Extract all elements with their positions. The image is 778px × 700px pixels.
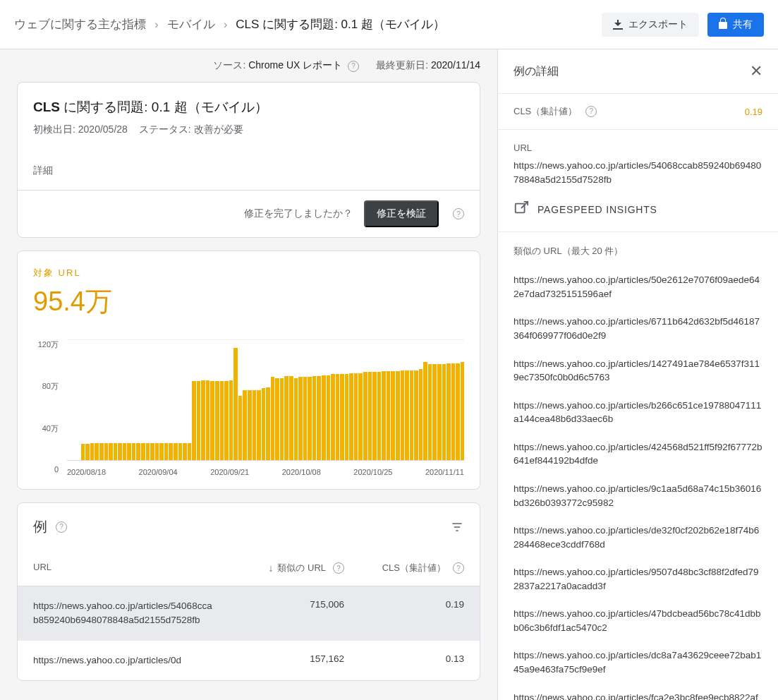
similar-url-item[interactable]: https://news.yahoo.co.jp/articles/9507d4… <box>498 558 778 600</box>
chart-bar <box>289 376 293 460</box>
help-icon[interactable]: ? <box>348 61 359 72</box>
chart-bar <box>428 364 432 460</box>
similar-url-item[interactable]: https://news.yahoo.co.jp/articles/9c1aa5… <box>498 475 778 517</box>
chart-bar <box>90 443 95 460</box>
chart-bar <box>312 376 317 460</box>
similar-url-item[interactable]: https://news.yahoo.co.jp/articles/b266c6… <box>498 392 778 433</box>
examples-title: 例 <box>33 517 47 536</box>
table-row[interactable]: https://news.yahoo.co.jp/articles/54068c… <box>18 586 480 641</box>
validate-button[interactable]: 修正を検証 <box>364 200 439 227</box>
similar-url-item[interactable]: https://news.yahoo.co.jp/articles/50e261… <box>498 266 778 308</box>
similar-url-item[interactable]: https://news.yahoo.co.jp/articles/142749… <box>498 350 778 392</box>
header-actions: エクスポート 共有 <box>602 13 764 37</box>
close-icon[interactable]: ✕ <box>750 64 762 79</box>
chart-bar <box>192 381 196 460</box>
chart-bar <box>387 371 391 460</box>
pagespeed-label: PAGESPEED INSIGHTS <box>537 204 657 215</box>
help-icon[interactable]: ? <box>453 208 464 219</box>
chart-bar <box>284 376 288 460</box>
chart-bar <box>123 443 127 460</box>
first-detected-label: 初検出日: <box>33 123 75 135</box>
chart-bar <box>206 380 210 460</box>
lock-icon <box>719 22 727 29</box>
chart-bar <box>229 380 233 460</box>
filter-icon[interactable] <box>450 520 464 534</box>
chart-bar <box>127 443 131 460</box>
source-value: Chrome UX レポート <box>248 59 342 71</box>
chart-bar <box>146 443 150 460</box>
similar-url-item[interactable]: https://news.yahoo.co.jp/articles/dc8a7a… <box>498 641 778 683</box>
col-cls-header[interactable]: CLS（集計値） ? <box>344 562 464 574</box>
details-link[interactable]: 詳細 <box>33 164 464 177</box>
chart-bar <box>446 363 451 460</box>
breadcrumb-root[interactable]: ウェブに関する主な指標 <box>14 16 146 32</box>
chevron-right-icon: › <box>224 18 228 32</box>
col-similar-header[interactable]: ↓ 類似の URL ? <box>231 562 344 574</box>
chart-bar <box>349 373 353 460</box>
chart-bar <box>331 374 335 460</box>
chart-bar <box>410 370 414 461</box>
status-value: 改善が必要 <box>194 123 243 135</box>
chart-bar <box>405 370 409 461</box>
first-detected-value: 2020/05/28 <box>78 123 128 135</box>
breadcrumb-mobile[interactable]: モバイル <box>167 16 215 32</box>
help-icon[interactable]: ? <box>333 562 344 574</box>
chart-bar <box>215 381 219 460</box>
chart-bar <box>210 381 214 460</box>
chart-bar <box>419 369 423 460</box>
chart-bar <box>238 396 243 460</box>
row-url: https://news.yahoo.co.jp/articles/54068c… <box>33 599 231 628</box>
table-row[interactable]: https://news.yahoo.co.jp/articles/0d157,… <box>18 641 480 680</box>
row-similar: 157,162 <box>231 653 344 664</box>
chart-bar <box>220 381 224 460</box>
chart-bar <box>159 443 164 460</box>
download-icon <box>613 20 623 30</box>
chart-bar <box>169 443 173 460</box>
bar-chart: 120万80万40万0 2020/08/182020/09/042020/09/… <box>33 339 464 473</box>
row-similar: 715,006 <box>231 599 344 610</box>
chart-bar <box>294 378 298 460</box>
chart-card: 対象 URL 95.4万 120万80万40万0 2020/08/182020/… <box>17 251 480 490</box>
chart-bar <box>377 372 382 460</box>
similar-url-item[interactable]: https://news.yahoo.co.jp/articles/6711b6… <box>498 308 778 349</box>
help-icon[interactable]: ? <box>585 106 597 117</box>
meta-row: ソース: Chrome UX レポート ? 最終更新日: 2020/11/14 <box>0 49 497 82</box>
share-button[interactable]: 共有 <box>707 13 764 37</box>
chart-bar <box>81 444 85 460</box>
detail-url-value: https://news.yahoo.co.jp/articles/54068c… <box>498 159 778 195</box>
chart-bar <box>322 375 326 460</box>
chart-bar <box>164 443 169 460</box>
pagespeed-link[interactable]: PAGESPEED INSIGHTS <box>498 195 778 231</box>
chart-bar <box>95 443 99 460</box>
chart-bar <box>257 390 261 460</box>
similar-url-item[interactable]: https://news.yahoo.co.jp/articles/424568… <box>498 433 778 475</box>
export-button[interactable]: エクスポート <box>602 13 699 37</box>
chart-bar <box>188 443 192 460</box>
help-icon[interactable]: ? <box>453 562 464 574</box>
chart-bar <box>368 372 372 460</box>
status-label: ステータス: <box>139 123 191 135</box>
similar-url-item[interactable]: https://news.yahoo.co.jp/articles/fca2e3… <box>498 684 778 700</box>
col-url-header[interactable]: URL <box>33 562 231 574</box>
updated-label: 最終更新日: <box>376 59 428 71</box>
issue-card: CLS に関する問題: 0.1 超（モバイル） 初検出日: 2020/05/28… <box>17 82 480 238</box>
detail-metric-value: 0.19 <box>745 107 762 117</box>
chart-bar <box>141 443 145 460</box>
chart-bar <box>275 378 279 460</box>
chart-bar <box>432 364 437 460</box>
row-cls: 0.19 <box>344 599 464 610</box>
chart-bar <box>266 387 270 460</box>
chart-bar <box>178 443 183 460</box>
chart-bar <box>253 390 257 460</box>
svg-rect-3 <box>516 204 525 213</box>
chart-bar <box>442 364 446 460</box>
help-icon[interactable]: ? <box>56 521 67 533</box>
chevron-right-icon: › <box>154 18 159 32</box>
validate-question: 修正を完了しましたか？ <box>244 207 353 220</box>
similar-url-item[interactable]: https://news.yahoo.co.jp/articles/de32f0… <box>498 517 778 558</box>
chart-bar <box>136 443 140 460</box>
similar-url-item[interactable]: https://news.yahoo.co.jp/articles/47bdcb… <box>498 600 778 641</box>
chart-bar <box>99 443 104 460</box>
chart-bars <box>67 339 464 461</box>
page-header: ウェブに関する主な指標 › モバイル › CLS に関する問題: 0.1 超（モ… <box>0 0 778 49</box>
